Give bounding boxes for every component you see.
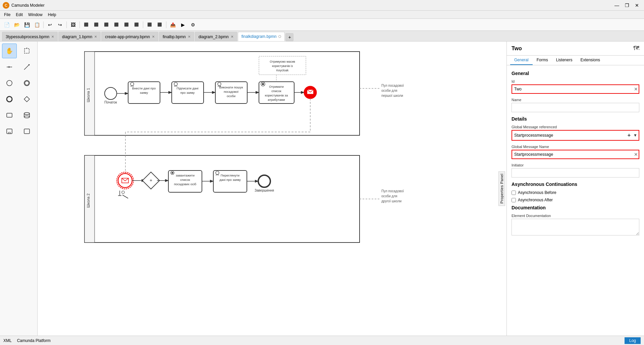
- create-expanded-subprocess[interactable]: [19, 124, 34, 139]
- global-message-name-clear-button[interactable]: ✕: [634, 152, 638, 157]
- save-as-button[interactable]: 📋: [32, 20, 42, 29]
- global-message-add-button[interactable]: +: [628, 132, 631, 138]
- global-message-select[interactable]: Startprocessmessage: [512, 131, 639, 140]
- distribute-v-button[interactable]: ⬛: [155, 20, 164, 29]
- async-before-checkbox[interactable]: [512, 191, 516, 195]
- tab-extensions[interactable]: Extensions: [576, 56, 604, 65]
- svg-text:про заяву: про заяву: [180, 91, 195, 94]
- tab-create-app-primary[interactable]: create-app-primary.bpmn ✕: [101, 32, 158, 41]
- tab-3typessubprocess[interactable]: 3typessubprocess.bpmn ✕: [2, 32, 58, 41]
- align-top-button[interactable]: ⬛: [112, 20, 121, 29]
- log-button[interactable]: Log: [625, 337, 641, 344]
- create-end-event[interactable]: [2, 92, 17, 107]
- global-message-name-input[interactable]: [512, 150, 639, 159]
- svg-point-55: [304, 86, 316, 98]
- menu-file[interactable]: File: [1, 12, 13, 18]
- settings-button[interactable]: ⚙: [188, 20, 198, 29]
- svg-point-82: [122, 191, 124, 194]
- svg-text:Завершення: Завершення: [255, 189, 274, 192]
- properties-title: Two: [512, 46, 522, 52]
- svg-line-5: [24, 64, 30, 70]
- svg-point-52: [261, 82, 265, 86]
- distribute-h-button[interactable]: ⬛: [145, 20, 154, 29]
- tab-diagram1[interactable]: diagram_1.bpmn ✕: [58, 32, 101, 41]
- name-input[interactable]: [512, 103, 639, 112]
- image-button[interactable]: 🖼: [68, 20, 78, 29]
- initiator-input[interactable]: [512, 168, 639, 178]
- tab-unsaved-dot: [278, 35, 281, 38]
- initiator-label: Initiator: [512, 163, 524, 167]
- svg-rect-12: [7, 113, 12, 117]
- tab-general[interactable]: General: [510, 56, 533, 65]
- svg-rect-58: [259, 56, 306, 75]
- svg-point-88: [172, 172, 173, 174]
- canvas-area[interactable]: Школа 1 Школа 2 Початок Внести дані про …: [38, 42, 506, 336]
- id-clear-button[interactable]: ✕: [634, 86, 638, 92]
- redo-button[interactable]: ↪: [55, 20, 65, 29]
- lasso-tool-button[interactable]: [19, 44, 34, 58]
- tab-close-create-app[interactable]: ✕: [152, 35, 155, 39]
- close-button[interactable]: ✕: [633, 2, 641, 9]
- hand-tool-button[interactable]: ✋: [2, 44, 17, 58]
- svg-point-53: [262, 83, 264, 85]
- restore-button[interactable]: ❐: [623, 2, 631, 9]
- svg-point-7: [7, 80, 12, 86]
- element-doc-label: Element Documentation: [512, 214, 551, 218]
- id-input[interactable]: [512, 84, 639, 94]
- create-task[interactable]: [2, 108, 17, 123]
- tab-listeners[interactable]: Listeners: [552, 56, 577, 65]
- create-start-event[interactable]: [2, 76, 17, 90]
- undo-button[interactable]: ↩: [45, 20, 55, 29]
- create-intermediate-event[interactable]: [19, 76, 34, 90]
- tab-close-diagram2[interactable]: ✕: [231, 35, 233, 39]
- align-right-button[interactable]: ⬛: [102, 20, 111, 29]
- new-file-button[interactable]: 📄: [2, 20, 11, 29]
- global-message-label: Global Message referenced: [512, 125, 557, 129]
- svg-text:список: список: [180, 178, 190, 182]
- svg-text:Школа 2: Школа 2: [86, 194, 90, 208]
- svg-rect-17: [7, 129, 12, 134]
- align-bottom-button[interactable]: ⬛: [132, 20, 141, 29]
- new-tab-button[interactable]: +: [285, 33, 293, 41]
- tab-close-diagram1[interactable]: ✕: [94, 35, 97, 39]
- tab-finalkdiagram[interactable]: finalkdiagram.bpmn: [238, 32, 285, 41]
- section-general-title: General: [512, 71, 639, 76]
- connect-tool-button[interactable]: [19, 60, 34, 74]
- save-button[interactable]: 💾: [22, 20, 32, 29]
- svg-rect-36: [172, 82, 204, 104]
- svg-rect-21: [85, 52, 95, 135]
- menu-window[interactable]: Window: [25, 12, 45, 18]
- id-label: Id: [512, 79, 515, 83]
- async-after-checkbox[interactable]: [512, 198, 516, 202]
- tab-close-finalbp[interactable]: ✕: [188, 35, 191, 39]
- svg-text:Отримати: Отримати: [269, 85, 284, 88]
- section-async-title: Asynchronous Continuations: [512, 182, 639, 187]
- run-button[interactable]: ▶: [178, 20, 187, 29]
- tab-forms[interactable]: Forms: [533, 56, 552, 65]
- open-file-button[interactable]: 📂: [12, 20, 21, 29]
- deploy-button[interactable]: 📤: [168, 20, 177, 29]
- element-doc-textarea[interactable]: [512, 219, 639, 235]
- properties-panel-toggle[interactable]: Properties Panel: [498, 171, 505, 206]
- align-center-button[interactable]: ⬛: [92, 20, 101, 29]
- svg-text:особи: особи: [227, 94, 235, 98]
- create-data-store[interactable]: [19, 108, 34, 123]
- svg-point-13: [24, 113, 30, 115]
- xml-label[interactable]: XML: [3, 338, 12, 343]
- create-gateway[interactable]: [19, 92, 34, 107]
- svg-point-34: [130, 82, 134, 86]
- space-tool-button[interactable]: [2, 60, 17, 74]
- tab-finalbp[interactable]: finalbp.bpmn ✕: [159, 32, 194, 41]
- svg-point-9: [25, 81, 29, 85]
- align-left-button[interactable]: ⬛: [82, 20, 91, 29]
- align-middle-button[interactable]: ⬛: [122, 20, 131, 29]
- svg-marker-3: [9, 66, 10, 68]
- platform-label: Camunda Platform: [17, 338, 51, 343]
- minimize-button[interactable]: —: [612, 2, 621, 9]
- tab-diagram2[interactable]: diagram_2.bpmn ✕: [195, 32, 237, 41]
- tab-close-3types[interactable]: ✕: [51, 35, 54, 39]
- svg-text:Пул посадової: Пул посадової: [381, 84, 404, 87]
- menu-help[interactable]: Help: [45, 12, 59, 18]
- create-subprocess[interactable]: [2, 124, 17, 139]
- menu-edit[interactable]: Edit: [13, 12, 25, 18]
